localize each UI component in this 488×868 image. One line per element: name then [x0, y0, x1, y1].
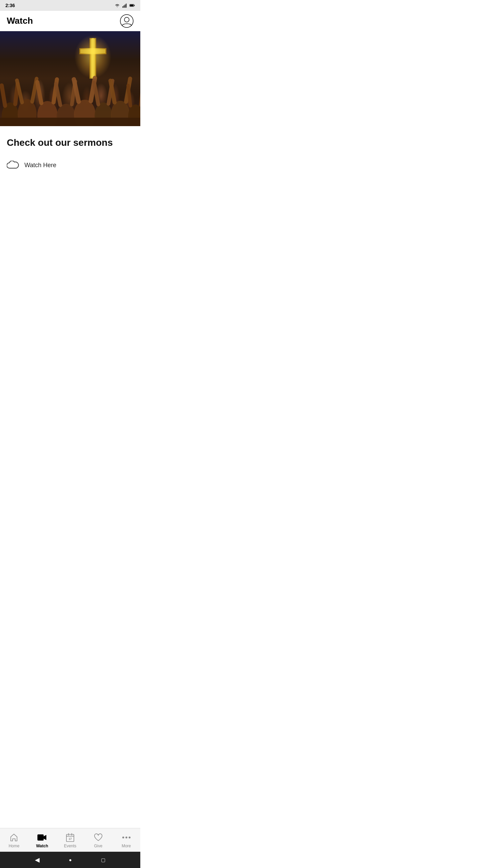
hero-image [0, 31, 140, 126]
svg-rect-6 [134, 5, 135, 6]
svg-rect-21 [0, 118, 140, 126]
wifi-icon [115, 3, 120, 8]
section-title: Check out our sermons [7, 137, 134, 149]
profile-icon[interactable] [120, 14, 134, 28]
watch-here-text: Watch Here [24, 162, 56, 169]
status-time: 2:36 [5, 3, 15, 8]
main-content: Check out our sermons Watch Here [0, 126, 140, 180]
page-title: Watch [7, 16, 33, 26]
cloud-icon [7, 159, 19, 172]
svg-point-8 [124, 17, 129, 22]
crowd-svg [0, 52, 140, 126]
svg-rect-1 [124, 5, 124, 8]
svg-rect-3 [126, 4, 126, 8]
watch-here-link[interactable]: Watch Here [7, 158, 134, 173]
svg-rect-2 [125, 4, 125, 7]
signal-icon [122, 3, 127, 8]
status-bar: 2:36 [0, 0, 140, 11]
battery-icon [129, 3, 135, 8]
svg-rect-0 [122, 6, 123, 8]
status-icons [115, 3, 135, 8]
svg-rect-5 [130, 4, 133, 6]
app-header: Watch [0, 11, 140, 31]
